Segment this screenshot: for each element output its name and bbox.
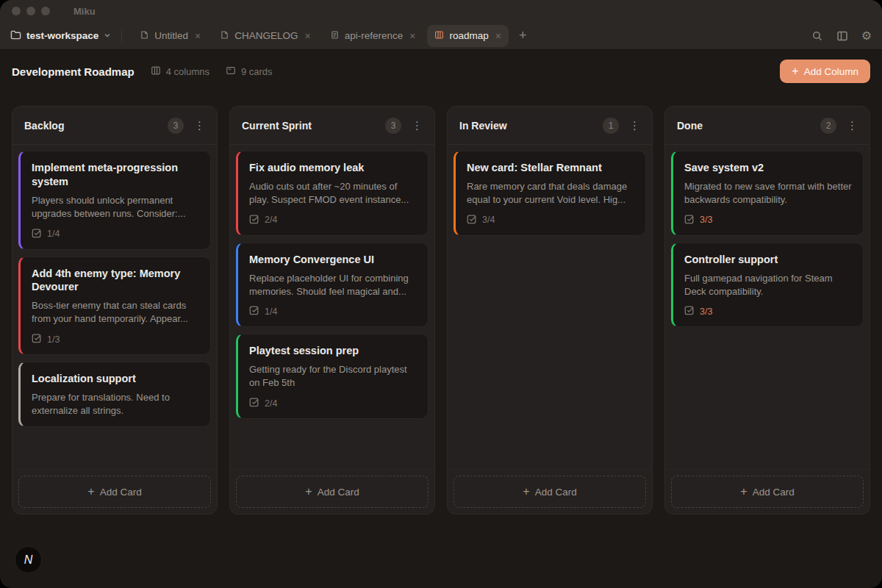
card-title: Memory Convergence UI <box>249 253 417 267</box>
plus-icon: + <box>792 65 798 78</box>
kanban-card[interactable]: Playtest session prep Getting ready for … <box>236 334 429 419</box>
add-card-button[interactable]: + Add Card <box>671 476 864 508</box>
checklist-progress: 1/4 <box>32 228 199 240</box>
checklist-count: 1/4 <box>265 306 277 317</box>
column-menu-icon[interactable]: ⋮ <box>626 118 643 134</box>
column-header: In Review 1 ⋮ <box>448 107 652 145</box>
column-footer: + Add Card <box>665 469 870 514</box>
card-description: Full gamepad navigation for Steam Deck c… <box>684 272 852 298</box>
column-header: Done 2 ⋮ <box>665 107 870 145</box>
card-description: Boss-tier enemy that can steal cards fro… <box>32 299 199 326</box>
add-card-button[interactable]: + Add Card <box>236 476 429 508</box>
card-description: Audio cuts out after ~20 minutes of play… <box>249 180 417 207</box>
tab-label: Untitled <box>154 30 188 41</box>
kanban-board: Backlog 3 ⋮ Implement meta-progression s… <box>0 93 882 514</box>
gear-icon[interactable]: ⚙ <box>861 30 872 42</box>
column-title: Current Sprint <box>242 120 385 132</box>
close-window-button[interactable] <box>12 7 21 15</box>
close-icon[interactable]: × <box>409 31 415 41</box>
card-list: Implement meta-progression system Player… <box>12 145 217 469</box>
add-card-button[interactable]: + Add Card <box>18 476 211 508</box>
tab-roadmap[interactable]: roadmap × <box>427 25 508 47</box>
column-menu-icon[interactable]: ⋮ <box>409 118 426 134</box>
panel-layout-icon[interactable] <box>836 30 848 42</box>
column-menu-icon[interactable]: ⋮ <box>191 118 208 134</box>
checklist-icon <box>249 397 259 409</box>
checklist-icon <box>249 305 259 318</box>
column-footer: + Add Card <box>230 469 434 514</box>
add-card-label: Add Card <box>318 487 359 498</box>
add-column-label: Add Column <box>804 66 858 77</box>
plus-icon: + <box>87 485 94 498</box>
columns-stat-label: 4 columns <box>166 66 209 77</box>
add-card-button[interactable]: + Add Card <box>453 476 646 508</box>
tab-label: CHANGELOG <box>234 30 298 41</box>
checklist-progress: 3/4 <box>467 214 634 226</box>
card-title: Fix audio memory leak <box>249 161 417 175</box>
kanban-card[interactable]: Controller support Full gamepad navigati… <box>671 243 864 328</box>
maximize-window-button[interactable] <box>41 7 50 15</box>
plus-icon: + <box>740 485 747 498</box>
column-header: Current Sprint 3 ⋮ <box>230 107 434 145</box>
card-title: New card: Stellar Remnant <box>467 161 634 175</box>
page-header: Development Roadmap 4 columns 9 cards + … <box>0 50 882 93</box>
app-window: Miku test-workspace Untitled × CHANGELOG… <box>0 0 882 588</box>
card-title: Implement meta-progression system <box>32 161 199 189</box>
column-done: Done 2 ⋮ Save system v2 Migrated to new … <box>664 106 870 514</box>
card-list: Fix audio memory leak Audio cuts out aft… <box>230 145 434 469</box>
minimize-window-button[interactable] <box>26 7 35 15</box>
card-title: Localization support <box>32 372 199 386</box>
card-count-badge: 1 <box>603 118 619 134</box>
tab-bar: test-workspace Untitled × CHANGELOG × ap… <box>0 22 882 50</box>
close-icon[interactable]: × <box>495 31 501 41</box>
kanban-card[interactable]: Save system v2 Migrated to new save form… <box>671 151 864 236</box>
tab-label: roadmap <box>449 30 488 41</box>
close-icon[interactable]: × <box>305 31 311 41</box>
search-icon[interactable] <box>811 30 823 42</box>
card-description: Replace placeholder UI for combining mem… <box>249 272 417 298</box>
kanban-card[interactable]: Memory Convergence UI Replace placeholde… <box>236 243 429 328</box>
add-card-label: Add Card <box>753 487 795 498</box>
checklist-count: 2/4 <box>265 215 277 225</box>
checklist-icon <box>467 214 477 226</box>
checklist-count: 1/4 <box>47 229 60 239</box>
titlebar: Miku <box>0 0 882 22</box>
checklist-count: 1/3 <box>47 334 60 345</box>
card-description: Players should unlock permanent upgrades… <box>32 194 199 220</box>
new-tab-button[interactable]: + <box>513 28 533 43</box>
kanban-card[interactable]: Add 4th enemy type: Memory Devourer Boss… <box>18 257 211 356</box>
card-title: Add 4th enemy type: Memory Devourer <box>32 267 199 295</box>
kanban-card[interactable]: New card: Stellar Remnant Rare memory ca… <box>453 151 646 236</box>
card-count-badge: 3 <box>168 118 184 134</box>
tab-untitled[interactable]: Untitled × <box>132 25 208 47</box>
kanban-card[interactable]: Localization support Prepare for transla… <box>18 362 211 427</box>
workspace-selector[interactable]: test-workspace <box>10 29 111 43</box>
column-menu-icon[interactable]: ⋮ <box>844 118 861 134</box>
card-list: Save system v2 Migrated to new save form… <box>665 145 870 469</box>
column-title: Done <box>677 120 820 132</box>
checklist-icon <box>32 228 42 240</box>
checklist-count: 3/3 <box>700 215 712 225</box>
kanban-card[interactable]: Fix audio memory leak Audio cuts out aft… <box>236 151 429 236</box>
checklist-progress: 2/4 <box>249 397 417 409</box>
card-list: New card: Stellar Remnant Rare memory ca… <box>448 145 652 469</box>
card-title: Playtest session prep <box>249 344 417 358</box>
checklist-icon <box>684 214 695 226</box>
plus-icon: + <box>523 485 529 498</box>
column-backlog: Backlog 3 ⋮ Implement meta-progression s… <box>12 106 218 514</box>
add-column-button[interactable]: + Add Column <box>780 60 870 83</box>
add-card-label: Add Card <box>535 487 577 498</box>
column-current-sprint: Current Sprint 3 ⋮ Fix audio memory leak… <box>229 106 435 514</box>
kanban-card[interactable]: Implement meta-progression system Player… <box>18 151 211 250</box>
checklist-count: 2/4 <box>265 398 277 409</box>
card-icon <box>226 65 236 78</box>
card-description: Migrated to new save format with better … <box>684 180 852 207</box>
tab-changelog[interactable]: CHANGELOG × <box>212 25 318 47</box>
user-avatar[interactable]: N <box>15 546 42 573</box>
column-title: In Review <box>459 120 603 132</box>
tab-api-reference[interactable]: api-reference × <box>323 25 423 47</box>
card-count-badge: 2 <box>820 118 836 134</box>
close-icon[interactable]: × <box>195 31 201 41</box>
columns-stat: 4 columns <box>151 65 209 78</box>
board-stats: 4 columns 9 cards <box>151 65 273 78</box>
